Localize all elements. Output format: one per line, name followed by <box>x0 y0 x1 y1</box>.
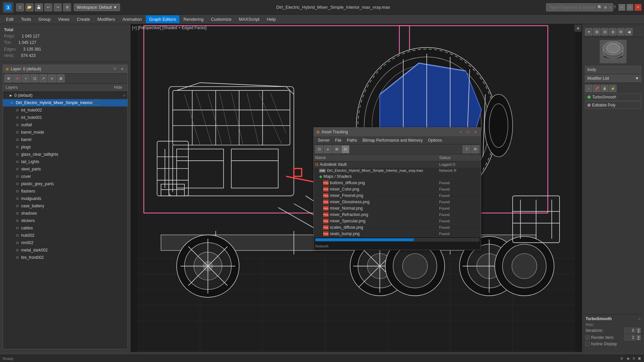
layer-item-mixer[interactable]: ⊡ Dirt_Electric_Hybrid_Mixer_Simple_Inte… <box>3 99 127 106</box>
right-icon-btn3[interactable]: ⊟ <box>601 28 608 35</box>
at-tb-icon1[interactable]: ⊡ <box>315 145 323 153</box>
layer-item-outfall[interactable]: ⊡ outfall <box>3 121 127 129</box>
at-menu-paths[interactable]: Paths <box>344 137 360 143</box>
new-file-btn[interactable]: ⊏ <box>16 3 24 11</box>
at-row-mixer-refraction[interactable]: PNG mixer_Refraction.png Found <box>314 212 481 218</box>
at-menu-file[interactable]: File <box>332 137 344 143</box>
layer-tb-add[interactable]: + <box>22 74 30 82</box>
right-icon-btn5[interactable]: ⚙ <box>617 28 625 35</box>
at-menu-options[interactable]: Options <box>425 137 445 143</box>
at-settings-btn[interactable]: ⚙ <box>471 145 479 153</box>
minimize-btn[interactable]: ─ <box>619 4 625 11</box>
iterations-down-btn[interactable]: ▼ <box>637 331 641 333</box>
turbosmooth-collapse-btn[interactable]: – <box>638 316 641 321</box>
layer-visibility-box[interactable] <box>94 100 99 105</box>
zoom-extents-btn[interactable]: ⊞ <box>575 25 581 31</box>
layer-item-barrel-inside[interactable]: ⊡ barrel_inside <box>3 129 127 136</box>
at-row-mixer-fresnel[interactable]: PNG mixer_Fresnel.png Found <box>314 193 481 199</box>
menu-views[interactable]: Views <box>55 15 73 23</box>
menu-group[interactable]: Group <box>35 15 54 23</box>
render-btn[interactable]: ⊞ <box>63 3 71 11</box>
at-row-scales-diffuse[interactable]: PNG scales_diffuse.png Found <box>314 224 481 231</box>
render-iters-checkbox[interactable] <box>586 336 590 340</box>
at-row-vault[interactable]: ⊡ Autodesk Vault Logged O <box>314 161 481 168</box>
menu-maxscript[interactable]: MAXScript <box>236 15 263 23</box>
at-row-mixer-color[interactable]: PNG mixer_Color.png Found <box>314 186 481 193</box>
at-help-btn[interactable]: ? <box>463 145 471 153</box>
at-close-btn[interactable]: ✕ <box>473 129 478 135</box>
menu-tools[interactable]: Tools <box>17 15 34 23</box>
menu-create[interactable]: Create <box>73 15 93 23</box>
at-tb-icon4[interactable]: ⊟ <box>341 145 349 153</box>
layer-item-plastic-grey-parts[interactable]: ⊡ plastic_grey_parts <box>3 180 127 188</box>
at-maximize-btn[interactable]: □ <box>465 129 471 135</box>
layer-tb-sort[interactable]: ≡ <box>48 74 56 82</box>
layer-tb-select[interactable]: ⊡ <box>31 74 39 82</box>
turbosmooth-modifier-entry[interactable]: TurboSmooth <box>585 93 641 101</box>
search-input[interactable] <box>549 5 596 10</box>
layer-close-btn[interactable]: ✕ <box>119 66 125 72</box>
layer-item-default[interactable]: ▶ 0 (default) ✓ <box>3 92 127 99</box>
layer-item-mudguards[interactable]: ⊡ mudguards <box>3 195 127 202</box>
layer-item-case-battery[interactable]: ⊡ case_battery <box>3 202 127 210</box>
layer-item-cover[interactable]: ⊡ cover <box>3 173 127 180</box>
layer-item-barrel[interactable]: ⊡ barrel <box>3 136 127 143</box>
layer-item-hub002[interactable]: ⊡ hub002 <box>3 232 127 239</box>
layer-item-shadows[interactable]: ⊡ shadows <box>3 210 127 217</box>
at-row-mixer-file[interactable]: max Dirt_Electric_Hybrid_Mixer_Simple_In… <box>314 168 481 173</box>
iterations-input[interactable] <box>624 328 636 334</box>
iterations-up-btn[interactable]: ▲ <box>637 328 641 331</box>
layer-item-tire-front002[interactable]: ⊡ tire_front002 <box>3 254 127 261</box>
maximize-btn[interactable]: □ <box>627 4 633 11</box>
at-menu-bitmap-perf[interactable]: Bitmap Performance and Memory <box>360 137 425 143</box>
at-row-buttons-diffuse[interactable]: PNG buttons_diffuse.png Found <box>314 180 481 186</box>
render-iters-input[interactable] <box>624 335 636 341</box>
modifier-highlight-icon[interactable]: ⚡ <box>609 85 617 92</box>
layer-tb-options[interactable]: ⊠ <box>57 74 65 82</box>
workspace-dropdown[interactable]: Workspace: Default ▼ <box>74 4 120 11</box>
at-row-mixer-normal[interactable]: PNG mixer_Normal.png Found <box>314 205 481 212</box>
layer-item-plugs[interactable]: ⊡ plugs <box>3 143 127 151</box>
right-icon-btn2[interactable]: ⊞ <box>593 28 600 35</box>
modifier-list-dropdown[interactable]: Modifier List ▼ <box>585 75 641 82</box>
layer-item-stickers[interactable]: ⊡ stickers <box>3 217 127 224</box>
render-iters-up-btn[interactable]: ▲ <box>637 335 641 338</box>
close-btn[interactable]: ✕ <box>635 4 641 11</box>
menu-rendering[interactable]: Rendering <box>180 15 207 23</box>
modifier-move-icon[interactable]: ↕ <box>585 85 592 92</box>
layer-item-steel-parts[interactable]: ⊡ steel_parts <box>3 165 127 173</box>
menu-customize[interactable]: Customize <box>208 15 235 23</box>
menu-help[interactable]: Help <box>264 15 279 23</box>
layer-tb-move[interactable]: ↗ <box>39 74 47 82</box>
at-row-mixer-glossiness[interactable]: PNG mixer_Glossiness.png Found <box>314 199 481 205</box>
at-minimize-btn[interactable]: ─ <box>458 129 463 135</box>
layer-item-int-hole002[interactable]: ⊡ int_hole002 <box>3 106 127 114</box>
open-file-btn[interactable]: 📂 <box>25 3 34 11</box>
layer-item-glass-clear-taillights[interactable]: ⊡ glass_clear_taillights <box>3 151 127 158</box>
at-row-maps[interactable]: ◆ Maps / Shaders <box>314 173 481 180</box>
layer-item-flashers[interactable]: ⊡ flashers <box>3 188 127 195</box>
modifier-search-input[interactable] <box>585 66 641 73</box>
editable-poly-modifier-entry[interactable]: Editable Poly <box>585 101 641 109</box>
menu-graph-editors[interactable]: Graph Editors <box>146 15 179 23</box>
layer-item-rim002[interactable]: ⊡ rim002 <box>3 239 127 246</box>
layer-item-tail-lights[interactable]: ⊡ tail_Lights <box>3 158 127 165</box>
redo-btn[interactable]: ↪ <box>54 3 62 11</box>
right-icon-btn1[interactable]: ✦ <box>585 28 592 35</box>
menu-edit[interactable]: Edit <box>3 15 17 23</box>
modifier-delete-icon[interactable]: 🗑 <box>601 85 608 92</box>
layer-item-int-hole001[interactable]: ⊡ int_hole001 <box>3 114 127 121</box>
modifier-pin-icon[interactable]: 📌 <box>593 85 600 92</box>
at-tb-icon2[interactable]: ≡ <box>324 145 332 153</box>
layer-help-btn[interactable]: ? <box>112 66 117 72</box>
undo-btn[interactable]: ↩ <box>44 3 52 11</box>
isoline-checkbox[interactable] <box>586 342 590 346</box>
layer-item-cables[interactable]: ⊡ cables <box>3 224 127 232</box>
at-tb-icon3[interactable]: ⊞ <box>333 145 341 153</box>
save-btn[interactable]: 💾 <box>35 3 43 11</box>
render-iters-down-btn[interactable]: ▼ <box>637 338 641 340</box>
layer-tb-delete[interactable]: ✕ <box>13 74 21 82</box>
menu-animation[interactable]: Animation <box>119 15 145 23</box>
right-icon-btn6[interactable]: ◀ <box>625 28 633 35</box>
right-icon-btn4[interactable]: ⊕ <box>609 28 617 35</box>
